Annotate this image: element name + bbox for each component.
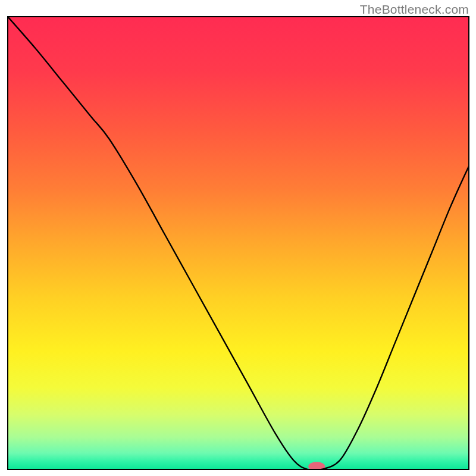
- gradient-background: [8, 17, 468, 469]
- watermark-text: TheBottleneck.com: [360, 2, 469, 17]
- chart-container: TheBottleneck.com: [0, 0, 476, 476]
- bottleneck-chart: [0, 0, 476, 476]
